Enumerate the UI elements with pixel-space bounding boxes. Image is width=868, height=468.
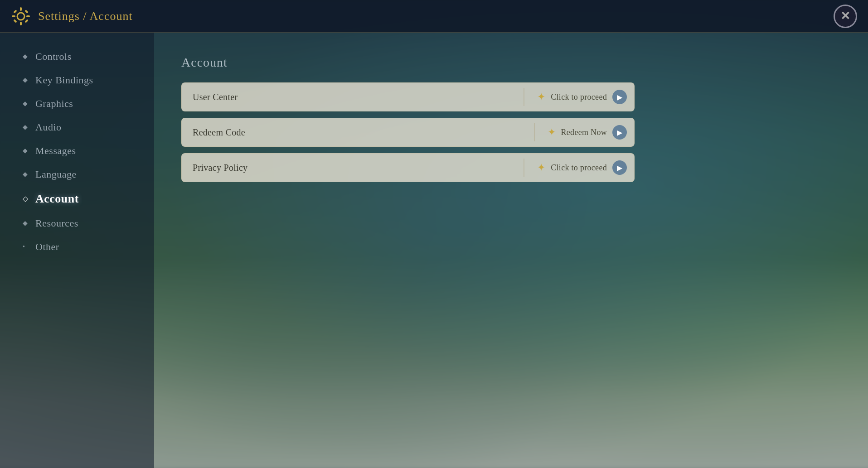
sidebar-item-account[interactable]: ◇Account: [23, 192, 154, 206]
svg-point-0: [17, 13, 24, 20]
svg-rect-1: [20, 7, 22, 11]
svg-rect-6: [24, 10, 28, 13]
row-action-privacy-policy: Click to proceed: [551, 163, 607, 173]
sidebar-item-key-bindings[interactable]: ◆Key Bindings: [23, 74, 154, 86]
bullet-icon-account: ◇: [23, 196, 28, 202]
sidebar-label-other: Other: [35, 241, 59, 253]
bullet-icon-language: ◆: [23, 172, 28, 177]
svg-rect-5: [13, 10, 17, 13]
star-icon-user-center: ✦: [537, 91, 545, 103]
star-icon-redeem-code: ✦: [548, 126, 556, 138]
header: Settings / Account ✕: [0, 0, 868, 33]
sidebar-label-account: Account: [35, 192, 79, 206]
sidebar: ◆Controls◆Key Bindings◆Graphics◆Audio◆Me…: [0, 33, 154, 468]
bullet-icon-other: •: [23, 244, 28, 250]
row-label-user-center: User Center: [182, 92, 516, 102]
sidebar-label-graphics: Graphics: [35, 98, 73, 110]
bullet-icon-audio: ◆: [23, 125, 28, 130]
svg-rect-7: [13, 19, 17, 23]
row-right-privacy-policy: ✦Click to proceed▶: [516, 159, 634, 177]
sidebar-label-audio: Audio: [35, 121, 62, 133]
sidebar-label-controls: Controls: [35, 51, 72, 63]
row-action-user-center: Click to proceed: [551, 92, 607, 102]
header-title: Settings / Account: [38, 10, 133, 23]
sidebar-item-audio[interactable]: ◆Audio: [23, 121, 154, 133]
sidebar-label-language: Language: [35, 169, 77, 180]
section-title: Account: [181, 55, 841, 70]
row-divider-privacy-policy: [524, 159, 524, 177]
arrow-icon-redeem-code: ▶: [612, 125, 627, 140]
sidebar-item-controls[interactable]: ◆Controls: [23, 51, 154, 63]
gear-icon: [11, 6, 31, 26]
sidebar-label-messages: Messages: [35, 145, 76, 157]
sidebar-label-resources: Resources: [35, 217, 78, 229]
svg-rect-8: [24, 19, 28, 23]
sidebar-item-other[interactable]: •Other: [23, 241, 154, 253]
bullet-icon-graphics: ◆: [23, 101, 28, 106]
bullet-icon-resources: ◆: [23, 221, 28, 226]
svg-rect-2: [20, 22, 22, 25]
close-button[interactable]: ✕: [834, 5, 857, 28]
row-right-user-center: ✦Click to proceed▶: [516, 88, 634, 106]
arrow-icon-privacy-policy: ▶: [612, 160, 627, 175]
arrow-icon-user-center: ▶: [612, 90, 627, 104]
svg-rect-4: [26, 15, 30, 17]
bullet-icon-messages: ◆: [23, 148, 28, 154]
bullet-icon-controls: ◆: [23, 54, 28, 59]
main-panel: Account User Center✦Click to proceed▶Red…: [154, 33, 868, 468]
row-right-redeem-code: ✦Redeem Now▶: [527, 123, 634, 141]
sidebar-item-graphics[interactable]: ◆Graphics: [23, 98, 154, 110]
row-action-redeem-code: Redeem Now: [561, 128, 607, 137]
row-label-redeem-code: Redeem Code: [182, 127, 527, 138]
row-divider-user-center: [524, 88, 524, 106]
svg-rect-3: [12, 15, 15, 17]
setting-row-user-center[interactable]: User Center✦Click to proceed▶: [181, 82, 635, 111]
setting-row-redeem-code[interactable]: Redeem Code✦Redeem Now▶: [181, 118, 635, 147]
row-label-privacy-policy: Privacy Policy: [182, 163, 516, 173]
sidebar-label-key-bindings: Key Bindings: [35, 74, 93, 86]
setting-row-privacy-policy[interactable]: Privacy Policy✦Click to proceed▶: [181, 153, 635, 182]
sidebar-item-language[interactable]: ◆Language: [23, 169, 154, 180]
content-area: ◆Controls◆Key Bindings◆Graphics◆Audio◆Me…: [0, 33, 868, 468]
sidebar-item-resources[interactable]: ◆Resources: [23, 217, 154, 229]
star-icon-privacy-policy: ✦: [537, 162, 545, 174]
bullet-icon-key-bindings: ◆: [23, 77, 28, 83]
sidebar-item-messages[interactable]: ◆Messages: [23, 145, 154, 157]
row-divider-redeem-code: [534, 123, 535, 141]
